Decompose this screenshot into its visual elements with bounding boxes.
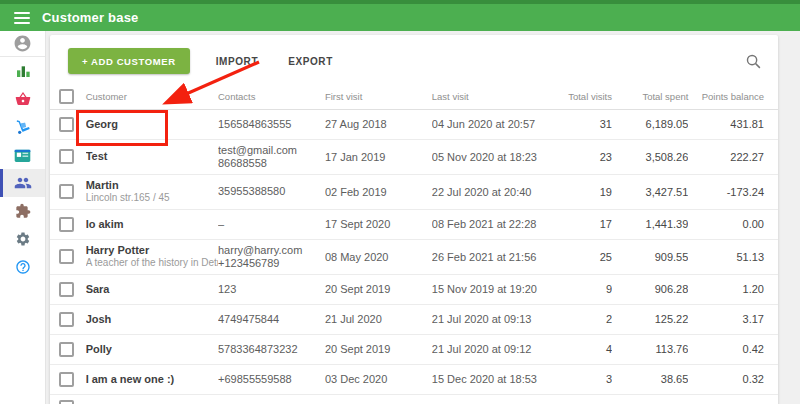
points-balance-value: 431.81 bbox=[688, 109, 778, 139]
total-visits-value: 3 bbox=[556, 364, 612, 394]
table-row[interactable]: Io akim – 17 Sept 2020 08 Feb 2021 at 22… bbox=[50, 209, 778, 239]
select-all-checkbox[interactable] bbox=[59, 89, 74, 104]
total-spent-value: 1,441.39 bbox=[612, 209, 688, 239]
points-balance-value: 51.13 bbox=[688, 239, 778, 274]
profile-icon bbox=[13, 34, 32, 53]
table-row[interactable]: Test test@gmail.com 86688558 17 Jan 2019… bbox=[50, 139, 778, 174]
points-balance-value: 3.17 bbox=[688, 304, 778, 334]
total-visits-value: 31 bbox=[556, 109, 612, 139]
col-header-customer: Customer bbox=[86, 85, 218, 109]
first-visit-value: 03 Dec 2020 bbox=[325, 364, 432, 394]
sidebar-item-profile[interactable] bbox=[0, 31, 45, 57]
total-visits-value: 9 bbox=[556, 274, 612, 304]
table-row[interactable]: I am a new one :) +69855559588 03 Dec 20… bbox=[50, 364, 778, 394]
row-checkbox[interactable] bbox=[59, 217, 74, 232]
customers-panel: + ADD CUSTOMER IMPORT EXPORT Customer Co… bbox=[50, 35, 778, 404]
first-visit-value: 20 Sept 2019 bbox=[325, 334, 432, 364]
customer-name: Harry Potter bbox=[86, 244, 218, 257]
first-visit-value: 20 Sept 2019 bbox=[325, 274, 432, 304]
total-visits-value: 23 bbox=[556, 139, 612, 174]
table-row[interactable]: Harry Potter A teacher of the history in… bbox=[50, 239, 778, 274]
import-button[interactable]: IMPORT bbox=[212, 48, 263, 74]
sidebar bbox=[0, 31, 46, 404]
row-checkbox[interactable] bbox=[59, 249, 74, 264]
last-visit-value: 26 Feb 2021 at 21:56 bbox=[432, 239, 556, 274]
total-visits-value: 2 bbox=[556, 304, 612, 334]
customer-contact: – bbox=[218, 218, 325, 231]
col-header-contacts: Contacts bbox=[218, 85, 325, 109]
delivery-cart-icon bbox=[15, 119, 31, 135]
row-checkbox[interactable] bbox=[59, 282, 74, 297]
sidebar-item-staff[interactable] bbox=[0, 141, 45, 169]
points-balance-value: 0.32 bbox=[688, 364, 778, 394]
gear-icon bbox=[15, 231, 31, 247]
bar-chart-icon bbox=[15, 63, 31, 79]
total-visits-value: 25 bbox=[556, 239, 612, 274]
customer-name: Io akim bbox=[86, 218, 218, 231]
customer-name: Josh bbox=[86, 313, 218, 326]
customer-name: I am a new one :) bbox=[86, 373, 218, 386]
table-row[interactable]: Polly 5783364873232 20 Sept 2019 21 Jul … bbox=[50, 334, 778, 364]
customer-contact: 123 bbox=[218, 283, 325, 296]
col-header-points-balance: Points balance bbox=[688, 85, 778, 109]
table-row[interactable]: Martin Lincoln str.165 / 45 35955388580 … bbox=[50, 174, 778, 209]
help-icon bbox=[15, 259, 31, 275]
sidebar-item-orders[interactable] bbox=[0, 113, 45, 141]
customer-contact: 156584863555 bbox=[218, 118, 325, 131]
col-header-last-visit: Last visit bbox=[432, 85, 556, 109]
last-visit-value: 15 Dec 2020 at 18:53 bbox=[432, 364, 556, 394]
table-row[interactable]: Josh 4749475844 21 Jul 2020 21 Jul 2020 … bbox=[50, 304, 778, 334]
total-spent-value: 113.76 bbox=[612, 334, 688, 364]
customer-name: Polly bbox=[86, 343, 218, 356]
total-spent-value: 125.22 bbox=[612, 304, 688, 334]
sidebar-item-customers[interactable] bbox=[0, 169, 45, 197]
points-balance-value: 0.42 bbox=[688, 334, 778, 364]
customers-table: Customer Contacts First visit Last visit… bbox=[50, 85, 778, 404]
total-visits-value: 4 bbox=[556, 334, 612, 364]
row-checkbox[interactable] bbox=[59, 342, 74, 357]
points-balance-value: -173.24 bbox=[688, 174, 778, 209]
search-icon[interactable] bbox=[744, 53, 762, 71]
total-spent-value: 3,427.51 bbox=[612, 174, 688, 209]
total-spent-value: 909.55 bbox=[612, 239, 688, 274]
sidebar-item-statistics[interactable] bbox=[0, 57, 45, 85]
col-header-total-spent: Total spent bbox=[612, 85, 688, 109]
row-checkbox[interactable] bbox=[59, 184, 74, 199]
row-checkbox[interactable] bbox=[59, 117, 74, 132]
points-balance-value: 222.27 bbox=[688, 139, 778, 174]
customer-name: Martin bbox=[86, 179, 218, 192]
menu-icon[interactable] bbox=[14, 12, 30, 24]
page-title: Customer base bbox=[42, 10, 139, 25]
total-visits-value: 17 bbox=[556, 209, 612, 239]
badge-card-icon bbox=[14, 148, 31, 163]
row-checkbox[interactable] bbox=[59, 400, 74, 404]
total-spent-value: 906.28 bbox=[612, 274, 688, 304]
table-row[interactable]: Sara 123 20 Sept 2019 15 Nov 2019 at 19:… bbox=[50, 274, 778, 304]
first-visit-value: 02 Feb 2019 bbox=[325, 174, 432, 209]
customer-contact: 86688558 bbox=[218, 157, 325, 170]
last-visit-value: 04 Jun 2020 at 20:57 bbox=[432, 109, 556, 139]
last-visit-value: 15 Nov 2019 at 19:20 bbox=[432, 274, 556, 304]
sidebar-item-help[interactable] bbox=[0, 253, 45, 281]
points-balance-value: 0.00 bbox=[688, 209, 778, 239]
row-checkbox[interactable] bbox=[59, 372, 74, 387]
total-visits-value: 19 bbox=[556, 174, 612, 209]
customer-subtitle: A teacher of the history in Detroi... bbox=[86, 257, 218, 269]
customer-name: Test bbox=[86, 150, 218, 163]
last-visit-value: 21 Jul 2020 at 09:13 bbox=[432, 304, 556, 334]
col-header-first-visit: First visit bbox=[325, 85, 432, 109]
add-customer-button[interactable]: + ADD CUSTOMER bbox=[68, 48, 190, 74]
basket-icon bbox=[15, 91, 31, 107]
sidebar-item-settings[interactable] bbox=[0, 225, 45, 253]
first-visit-value: 17 Sept 2020 bbox=[325, 209, 432, 239]
sidebar-item-integrations[interactable] bbox=[0, 197, 45, 225]
sidebar-item-products[interactable] bbox=[0, 85, 45, 113]
points-balance-value: 1.20 bbox=[688, 274, 778, 304]
row-checkbox[interactable] bbox=[59, 149, 74, 164]
table-row[interactable]: Georg 156584863555 27 Aug 2018 04 Jun 20… bbox=[50, 109, 778, 139]
table-header-row: Customer Contacts First visit Last visit… bbox=[50, 85, 778, 109]
row-checkbox[interactable] bbox=[59, 312, 74, 327]
export-button[interactable]: EXPORT bbox=[284, 48, 337, 74]
customers-icon bbox=[14, 174, 32, 192]
table-row-partial[interactable] bbox=[50, 394, 778, 404]
